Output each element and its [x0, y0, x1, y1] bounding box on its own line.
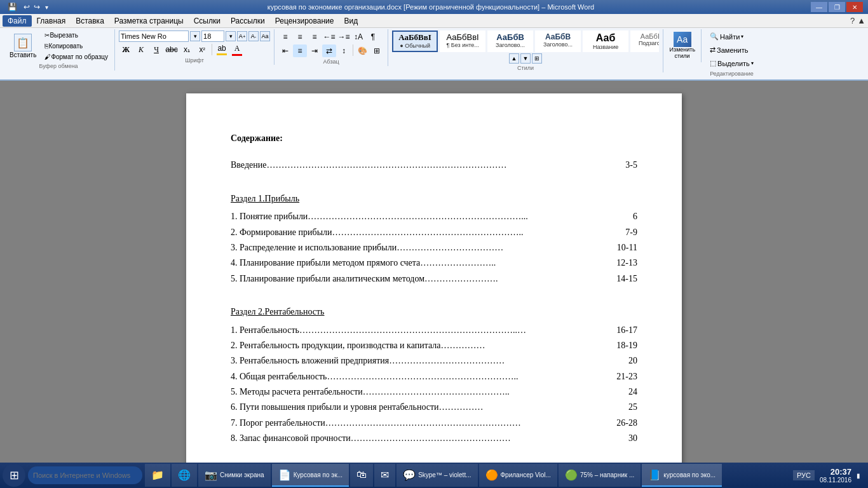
styles-expand[interactable]: ⊞ [532, 53, 542, 64]
paste-button[interactable]: 📋 Вставить [6, 32, 39, 60]
align-right-button[interactable]: ⇥ [308, 44, 322, 57]
tab-references[interactable]: Ссылки [189, 15, 226, 27]
align-left-button[interactable]: ⇤ [278, 44, 292, 57]
select-dropdown[interactable]: ▾ [751, 60, 754, 66]
style-heading2-label: Заголово... [541, 41, 574, 48]
styles-scroll-up[interactable]: ▲ [509, 53, 519, 64]
tab-insert[interactable]: Вставка [71, 15, 109, 27]
window-controls[interactable]: — ❐ ✕ [811, 2, 863, 12]
start-button[interactable]: ⊞ [3, 464, 25, 487]
show-desktop-button[interactable]: ▮ [857, 472, 860, 479]
underline-button[interactable]: Ч [149, 43, 163, 56]
font-group-label: Шрифт [185, 57, 204, 64]
tab-layout[interactable]: Разметка страницы [109, 15, 189, 27]
taskbar-search[interactable] [28, 466, 142, 484]
partner-icon: 🟢 [565, 469, 578, 481]
tab-review[interactable]: Рецензирование [270, 15, 339, 27]
line-spacing-button[interactable]: ↕ [337, 44, 351, 57]
taskbar-word-eco[interactable]: 📘 курсовая по эко... [642, 464, 722, 487]
clear-formatting-button[interactable]: Aa [260, 31, 270, 41]
quick-access-toolbar[interactable]: 💾 ↩ ↪ ▾ [5, 1, 51, 13]
font-grow-button[interactable]: A+ [237, 31, 247, 41]
font-name-input[interactable] [119, 30, 189, 42]
style-normal[interactable]: АаБбВвI ● Обычный [392, 30, 438, 52]
close-button[interactable]: ✕ [846, 2, 863, 12]
toc-intro-page: 3-5 [612, 158, 637, 172]
taskbar-store[interactable]: 🛍 [350, 464, 373, 487]
expand-ribbon-button[interactable]: ▲ [857, 16, 865, 25]
find-button[interactable]: 🔍 Найти ▾ [705, 30, 758, 43]
window-title: курсовая по экономике организации.docx [… [51, 3, 811, 11]
ribbon-tabs[interactable]: Файл Главная Вставка Разметка страницы С… [0, 14, 868, 28]
file-explorer-icon: 📁 [151, 469, 164, 481]
copy-button[interactable]: ⎘ Копировать [42, 41, 111, 51]
taskbar-skype[interactable]: 💬 Skype™ – violett... [397, 464, 477, 487]
font-size-dropdown[interactable]: ▾ [226, 31, 236, 41]
multilevel-list-button[interactable]: ≡ [308, 30, 322, 43]
font-color-button[interactable]: A [230, 43, 244, 56]
toc-entry-1-3: 3. Распределение и использование прибыли… [231, 241, 637, 255]
select-button[interactable]: ⬚ Выделить ▾ [705, 57, 758, 69]
taskbar-ie[interactable]: 🌐 [172, 464, 197, 487]
skype-label: Skype™ – violett... [418, 471, 471, 478]
taskbar-mail[interactable]: ✉ [374, 464, 395, 487]
screenshots-label: Снимки экрана [220, 471, 264, 478]
tab-file[interactable]: Файл [3, 15, 32, 27]
style-subtitle-label: Подзагол... [637, 40, 659, 46]
taskbar-screenshots[interactable]: 📷 Снимки экрана [198, 464, 271, 487]
minimize-button[interactable]: — [811, 2, 827, 12]
tab-mailings[interactable]: Рассылки [226, 15, 270, 27]
bold-button[interactable]: Ж [119, 43, 133, 56]
decrease-indent-button[interactable]: ←≡ [322, 30, 336, 43]
find-dropdown[interactable]: ▾ [741, 34, 743, 39]
style-nospace-label: ¶ Без инте... [446, 42, 479, 48]
numbering-button[interactable]: ≡ [293, 30, 307, 43]
screenshots-icon: 📷 [205, 469, 217, 481]
taskbar-file-explorer[interactable]: 📁 [145, 464, 170, 487]
borders-button[interactable]: ⊞ [370, 44, 384, 57]
style-title-label: Название [589, 44, 622, 50]
show-formatting-button[interactable]: ¶ [366, 30, 380, 43]
help-button[interactable]: ? [850, 16, 855, 25]
style-heading2[interactable]: АаБбВ Заголово... [535, 30, 581, 52]
bullets-button[interactable]: ≡ [278, 30, 292, 43]
change-styles-button[interactable]: Аа Изменитьстили [668, 30, 696, 61]
increase-indent-button[interactable]: →≡ [337, 30, 351, 43]
taskbar-word-cursovaya[interactable]: 📄 Курсовая по эк... [272, 464, 349, 487]
font-shrink-button[interactable]: A- [248, 31, 259, 41]
style-nospace[interactable]: АаБбВвI ¶ Без инте... [440, 30, 485, 52]
style-heading1[interactable]: АаБбВ Заголово... [487, 30, 533, 52]
subscript-button[interactable]: x₁ [180, 43, 194, 56]
taskbar-freelancer[interactable]: 🟠 Фрилансер Viol... [479, 464, 557, 487]
format-painter-button[interactable]: 🖌 Формат по образцу [42, 52, 111, 62]
cut-button[interactable]: ✂ Вырезать [42, 30, 111, 40]
taskbar-partner[interactable]: 🟢 75% – напарник ... [559, 464, 641, 487]
windows-logo: ⊞ [10, 468, 19, 482]
tab-home[interactable]: Главная [32, 15, 71, 27]
tab-view[interactable]: Вид [339, 15, 363, 27]
superscript-button[interactable]: x² [195, 43, 209, 56]
toc-section1: Раздел 1.Прибыль 1. Понятие прибыли……………… [231, 182, 637, 286]
styles-scroll-down[interactable]: ▼ [520, 53, 531, 64]
paragraph-group: ≡ ≡ ≡ ←≡ →≡ ↕A ¶ ⇤ ≡ ⇥ ⇄ ↕ 🎨 ⊞ Абзац [275, 29, 388, 66]
editing-group-label: Редактирование [710, 71, 754, 77]
justify-button[interactable]: ⇄ [322, 44, 336, 57]
language-button[interactable]: РУС [793, 470, 815, 480]
maximize-button[interactable]: ❐ [829, 2, 845, 12]
highlight-color [217, 53, 227, 55]
italic-button[interactable]: К [134, 43, 148, 56]
align-center-button[interactable]: ≡ [293, 44, 307, 57]
shading-button[interactable]: 🎨 [355, 44, 369, 57]
strikethrough-button[interactable]: abc [165, 43, 179, 56]
style-subtitle[interactable]: АаБбВе Подзагол... [630, 30, 659, 52]
sort-button[interactable]: ↕A [351, 30, 365, 43]
style-title[interactable]: Ааб Название [583, 30, 628, 52]
style-nospace-preview: АаБбВвI [446, 32, 479, 42]
font-size-input[interactable] [201, 30, 224, 42]
toc-entry-2-7: 7. Порог рентабельности……………………………………………… [231, 416, 637, 430]
replace-button[interactable]: ⇄ Заменить [705, 44, 758, 56]
font-name-dropdown[interactable]: ▾ [190, 31, 200, 41]
text-highlight-button[interactable]: ab [215, 43, 229, 56]
freelancer-icon: 🟠 [485, 469, 498, 481]
document-body[interactable]: Содержание: Введение……………………………………………………… [186, 93, 682, 467]
